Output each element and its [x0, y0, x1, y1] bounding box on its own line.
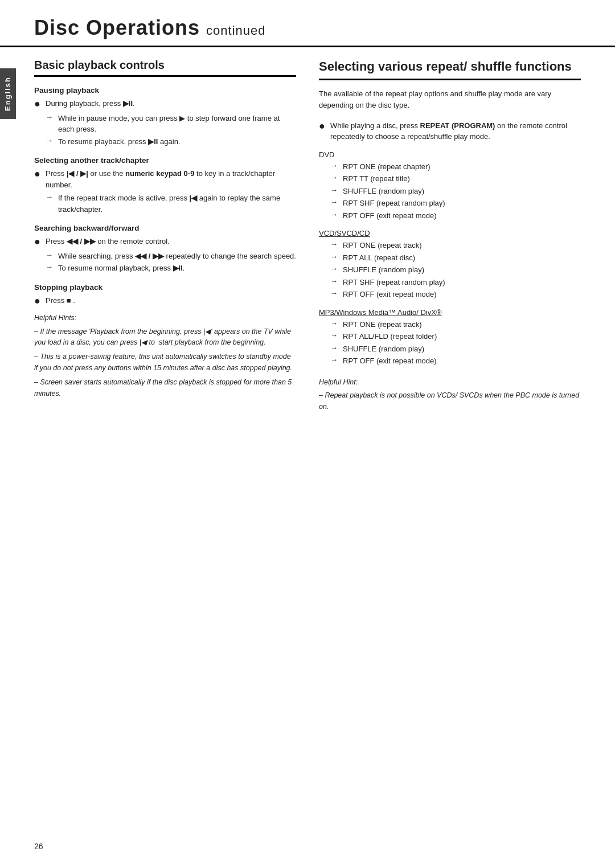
bullet-icon-track: ● — [34, 168, 43, 181]
arrow-icon-search1: → — [46, 251, 56, 259]
mp3-item-3: → SHUFFLE (random play) — [330, 343, 581, 355]
title-continued: continued — [206, 23, 265, 38]
bullet-track: ● Press |◀ / ▶| or use the numeric keypa… — [34, 168, 296, 190]
vcd-item-5: → RPT OFF (exit repeat mode) — [330, 289, 581, 300]
right-helpful-hint-title: Helpful Hint: — [319, 377, 581, 388]
vcd-item-4-text: RPT SHF (repeat random play) — [343, 277, 581, 288]
left-section-title: Basic playback controls — [34, 59, 296, 77]
arrow-pause-1: → While in pause mode, you can press ▶ t… — [46, 113, 296, 135]
right-helpful-hint-text: – Repeat playback is not possible on VCD… — [319, 390, 581, 412]
arrow-mp3-3: → — [330, 343, 341, 352]
helpful-hints-title: Helpful Hints: — [34, 313, 296, 324]
page-title: Disc Operations continued — [34, 16, 581, 40]
page: English Disc Operations continued Basic … — [0, 0, 615, 868]
mp3-item-2-text: RPT ALL/FLD (repeat folder) — [343, 331, 581, 342]
dvd-item-5: → RPT OFF (exit repeat mode) — [330, 210, 581, 222]
arrow-dvd-5: → — [330, 210, 341, 219]
vcd-item-4: → RPT SHF (repeat random play) — [330, 277, 581, 288]
cat-mp3-label: MP3/Windows Media™ Audio/ DivX® — [319, 308, 581, 317]
main-content: Basic playback controls Pausing playback… — [0, 47, 615, 435]
mp3-item-1-text: RPT ONE (repeat track) — [343, 319, 581, 330]
dvd-item-1-text: RPT ONE (repeat chapter) — [343, 161, 581, 173]
arrow-mp3-4: → — [330, 355, 341, 364]
right-section-title-text: Selecting various repeat/ shuffle functi… — [319, 59, 572, 73]
arrow-vcd-5: → — [330, 289, 341, 297]
arrow-mp3-2: → — [330, 331, 341, 339]
vcd-item-3: → SHUFFLE (random play) — [330, 264, 581, 276]
arrow-icon-2: → — [46, 136, 56, 145]
bullet-icon-repeat: ● — [319, 120, 328, 133]
arrow-vcd-1: → — [330, 240, 341, 248]
vcd-item-1-text: RPT ONE (repeat track) — [343, 240, 581, 251]
arrow-search-1-text: While searching, press ◀◀ / ▶▶ repeatedl… — [58, 251, 296, 262]
vcd-item-3-text: SHUFFLE (random play) — [343, 264, 581, 276]
cat-dvd-label: DVD — [319, 150, 581, 159]
arrow-vcd-2: → — [330, 252, 341, 261]
vcd-item-2: → RPT ALL (repeat disc) — [330, 252, 581, 264]
arrow-dvd-4: → — [330, 198, 341, 206]
right-intro: The available of the repeat play options… — [319, 88, 581, 111]
left-column: Basic playback controls Pausing playback… — [34, 47, 296, 412]
arrow-search-2: → To resume normal playback, press ▶II. — [46, 263, 296, 274]
arrow-search-2-text: To resume normal playback, press ▶II. — [58, 263, 296, 274]
cat-vcd-label: VCD/SVCD/CD — [319, 229, 581, 238]
helpful-hint-1: – If the message 'Playback from the begi… — [34, 326, 296, 349]
helpful-hint-3: – Screen saver starts automatically if t… — [34, 377, 296, 399]
bullet-repeat-text: While playing a disc, press REPEAT (PROG… — [330, 120, 581, 142]
subheading-pausing: Pausing playback — [34, 86, 296, 95]
mp3-item-1: → RPT ONE (repeat track) — [330, 319, 581, 330]
vcd-item-2-text: RPT ALL (repeat disc) — [343, 252, 581, 264]
right-helpful-hint-block: Helpful Hint: – Repeat playback is not p… — [319, 377, 581, 412]
subheading-track: Selecting another track/chapter — [34, 156, 296, 165]
dvd-item-1: → RPT ONE (repeat chapter) — [330, 161, 581, 173]
language-label: English — [3, 76, 12, 111]
helpful-hints-block: Helpful Hints: – If the message 'Playbac… — [34, 313, 296, 399]
dvd-item-5-text: RPT OFF (exit repeat mode) — [343, 210, 581, 222]
bullet-stop-text: Press ■ . — [46, 295, 296, 306]
dvd-item-2-text: RPT TT (repeat title) — [343, 173, 581, 185]
bullet-search-text: Press ◀◀ / ▶▶ on the remote control. — [46, 236, 296, 247]
bullet-pausing: ● During playback, press ▶II. — [34, 98, 296, 110]
bullet-pausing-text: During playback, press ▶II. — [46, 98, 296, 109]
mp3-item-4-text: RPT OFF (exit repeat mode) — [343, 355, 581, 367]
right-section-title: Selecting various repeat/ shuffle functi… — [319, 59, 581, 80]
title-main: Disc Operations — [34, 16, 200, 39]
bullet-stop: ● Press ■ . — [34, 295, 296, 308]
arrow-track-1-text: If the repeat track mode is active, pres… — [58, 193, 296, 215]
bullet-search: ● Press ◀◀ / ▶▶ on the remote control. — [34, 236, 296, 248]
arrow-search-1: → While searching, press ◀◀ / ▶▶ repeate… — [46, 251, 296, 262]
arrow-pause-2-text: To resume playback, press ▶II again. — [58, 136, 296, 148]
mp3-item-2: → RPT ALL/FLD (repeat folder) — [330, 331, 581, 342]
vcd-item-1: → RPT ONE (repeat track) — [330, 240, 581, 251]
right-column: Selecting various repeat/ shuffle functi… — [319, 47, 581, 412]
arrow-icon-search2: → — [46, 263, 56, 271]
mp3-item-4: → RPT OFF (exit repeat mode) — [330, 355, 581, 367]
vcd-item-5-text: RPT OFF (exit repeat mode) — [343, 289, 581, 300]
dvd-item-2: → RPT TT (repeat title) — [330, 173, 581, 185]
bullet-track-text: Press |◀ / ▶| or use the numeric keypad … — [46, 168, 296, 190]
arrow-pause-1-text: While in pause mode, you can press ▶ to … — [58, 113, 296, 135]
mp3-item-3-text: SHUFFLE (random play) — [343, 343, 581, 355]
bullet-repeat-main: ● While playing a disc, press REPEAT (PR… — [319, 120, 581, 142]
dvd-item-4-text: RPT SHF (repeat random play) — [343, 198, 581, 209]
language-tab: English — [0, 68, 16, 119]
dvd-item-3-text: SHUFFLE (random play) — [343, 186, 581, 197]
title-bar: Disc Operations continued — [0, 0, 615, 47]
arrow-vcd-4: → — [330, 277, 341, 285]
arrow-dvd-1: → — [330, 161, 341, 170]
bullet-icon-stop: ● — [34, 295, 43, 308]
dvd-item-3: → SHUFFLE (random play) — [330, 186, 581, 197]
arrow-dvd-2: → — [330, 173, 341, 182]
bullet-icon: ● — [34, 98, 43, 110]
arrow-mp3-1: → — [330, 319, 341, 327]
arrow-dvd-3: → — [330, 186, 341, 194]
arrow-icon-track: → — [46, 193, 56, 201]
helpful-hint-2: – This is a power-saving feature, this u… — [34, 351, 296, 374]
page-number: 26 — [34, 842, 43, 851]
subheading-search: Searching backward/forward — [34, 224, 296, 232]
bullet-icon-search: ● — [34, 236, 43, 248]
arrow-vcd-3: → — [330, 264, 341, 273]
dvd-item-4: → RPT SHF (repeat random play) — [330, 198, 581, 209]
arrow-track-1: → If the repeat track mode is active, pr… — [46, 193, 296, 215]
arrow-pause-2: → To resume playback, press ▶II again. — [46, 136, 296, 148]
